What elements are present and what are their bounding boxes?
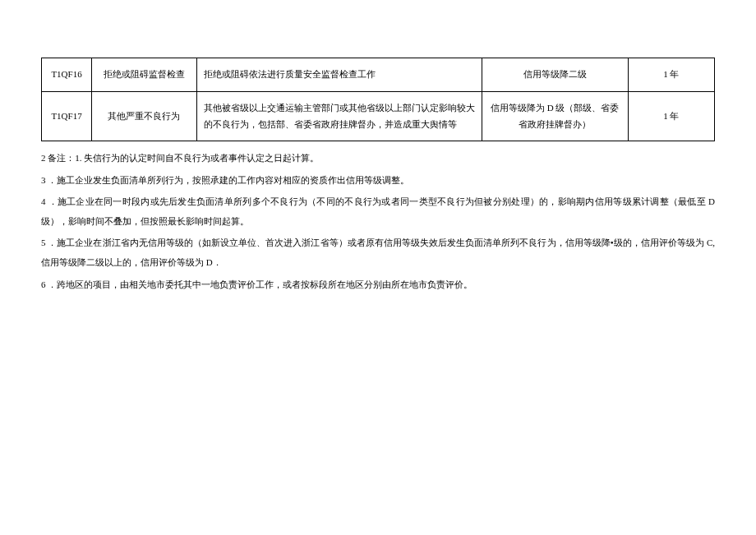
cell-name: 其他严重不良行为 (92, 91, 197, 141)
cell-penalty: 信用等级降为 D 级（部级、省委省政府挂牌督办） (482, 91, 628, 141)
cell-name: 拒绝或阻碍监督检查 (92, 58, 197, 92)
table-row: T1QF17 其他严重不良行为 其他被省级以上交通运输主管部门或其他省级以上部门… (42, 91, 715, 141)
note-line: 2 备注：1. 失信行为的认定时间自不良行为或者事件认定之日起计算。 (41, 148, 715, 168)
note-line: 5 ．施工企业在浙江省内无信用等级的（如新设立单位、首次进入浙江省等）或者原有信… (41, 233, 715, 272)
note-line: 4 ．施工企业在同一时段内或先后发生负面清单所列多个不良行为（不同的不良行为或者… (41, 191, 715, 231)
note-line: 6 ．跨地区的项目，由相关地市委托其中一地负责评价工作，或者按标段所在地区分别由… (41, 274, 715, 294)
cell-desc: 其他被省级以上交通运输主管部门或其他省级以上部门认定影响较大的不良行为，包括部、… (196, 91, 482, 141)
violations-table: T1QF16 拒绝或阻碍监督检查 拒绝或阻碍依法进行质量安全监督检查工作 信用等… (41, 58, 715, 141)
table-row: T1QF16 拒绝或阻碍监督检查 拒绝或阻碍依法进行质量安全监督检查工作 信用等… (42, 58, 715, 92)
cell-duration: 1 年 (628, 91, 714, 141)
cell-duration: 1 年 (628, 58, 714, 92)
cell-penalty: 信用等级降二级 (482, 58, 628, 92)
cell-code: T1QF17 (42, 91, 92, 141)
cell-desc: 拒绝或阻碍依法进行质量安全监督检查工作 (196, 58, 482, 92)
cell-code: T1QF16 (42, 58, 92, 92)
notes-section: 2 备注：1. 失信行为的认定时间自不良行为或者事件认定之日起计算。 3 ．施工… (41, 148, 715, 293)
note-line: 3 ．施工企业发生负面清单所列行为，按照承建的工作内容对相应的资质作出信用等级调… (41, 170, 715, 190)
